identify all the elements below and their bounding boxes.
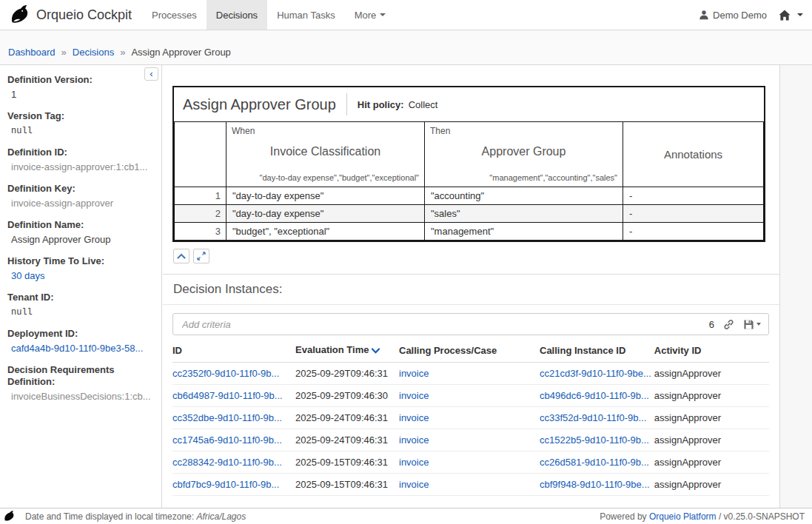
instance-id-cell: cc2352f0-9d10-11f0-9b... (172, 363, 295, 385)
sort-desc-icon[interactable] (372, 345, 380, 356)
collapse-table-button[interactable] (173, 249, 189, 263)
instances-table: ID Evaluation Time Calling Process/Case … (172, 337, 769, 496)
instance-id-link[interactable]: cbfd7bc9-9d10-11f0-9b... (172, 479, 279, 490)
field-value: invoiceBusinessDecisions:1:cb... (7, 391, 154, 403)
calling-process-link[interactable]: invoice (399, 457, 429, 468)
save-search-dropdown[interactable] (743, 319, 761, 330)
calling-instance-link[interactable]: cbf9f948-9d10-11f0-9be... (540, 479, 650, 490)
instance-id-link[interactable]: cc2352f0-9d10-11f0-9b... (172, 368, 279, 379)
nav-processes[interactable]: Processes (142, 0, 207, 30)
evaluation-time-cell: 2025-09-29T09:46:31 (295, 363, 399, 385)
dmn-actions (173, 249, 769, 263)
orca-logo-icon (2, 510, 15, 523)
instance-id-link[interactable]: cc1745a6-9d10-11f0-9b... (172, 434, 282, 446)
field-value: invoice-assign-approver:1:cb1... (7, 161, 154, 173)
input-allowed-values: "day-to-day expense","budget","exception… (260, 173, 419, 182)
brand[interactable]: Orqueio Cockpit (0, 0, 142, 30)
field-value[interactable]: cafd4a4b-9d10-11f0-9be3-58... (7, 343, 154, 355)
instance-row: cbfd7bc9-9d10-11f0-9b...2025-09-15T09:46… (172, 474, 769, 496)
orca-logo-icon (7, 4, 30, 26)
field-label: Decision Requirements Definition: (7, 364, 154, 388)
column-header-calling-instance[interactable]: Calling Instance ID (540, 337, 654, 363)
evaluation-time-cell: 2025-09-29T09:46:30 (295, 385, 399, 407)
column-header-evaluation-time[interactable]: Evaluation Time (295, 337, 399, 363)
activity-id-cell: assignApprover (654, 385, 769, 407)
calling-instance-link[interactable]: cc21cd3f-9d10-11f0-9be... (540, 368, 651, 379)
dmn-grid: When Invoice Classification "day-to-day … (174, 121, 764, 241)
top-navbar: Orqueio Cockpit Processes Decisions Huma… (0, 0, 812, 30)
instance-id-link[interactable]: cc288342-9d10-11f0-9b... (172, 457, 282, 468)
output-allowed-values: "management","accounting","sales" (489, 173, 617, 182)
instances-heading: Decision Instances: (173, 282, 282, 296)
sidebar-collapse-button[interactable]: ‹ (144, 67, 158, 81)
hit-policy-label: Hit policy: (358, 99, 404, 110)
activity-id-cell: assignApprover (654, 474, 769, 496)
definition-field: Decision Requirements Definition:invoice… (7, 364, 154, 403)
copy-link-icon[interactable] (723, 319, 734, 330)
dmn-rule-row: 1"day-to-day expense""accounting"- (175, 187, 764, 205)
column-header-calling-process[interactable]: Calling Process/Case (399, 337, 540, 363)
activity-id-cell: assignApprover (654, 407, 769, 429)
chevron-down-icon (797, 13, 803, 16)
rule-annotation: - (623, 223, 764, 241)
field-value: invoice-assign-approver (7, 198, 154, 209)
chevron-down-icon (756, 323, 761, 326)
search-input[interactable] (181, 318, 700, 331)
home-icon (779, 10, 791, 21)
breadcrumb: Dashboard » Decisions » Assign Approver … (0, 30, 812, 65)
nav-more[interactable]: More (345, 0, 396, 30)
activity-id-cell: assignApprover (654, 363, 769, 385)
user-name: Demo Demo (713, 10, 767, 21)
sidebar-fields: Definition Version:1Version Tag:nullDefi… (7, 74, 154, 403)
fullscreen-table-button[interactable] (193, 249, 209, 263)
breadcrumb-dashboard[interactable]: Dashboard (8, 47, 56, 58)
calling-process-link[interactable]: invoice (399, 412, 429, 423)
field-label: Definition Key: (7, 183, 154, 195)
vertical-divider (346, 93, 347, 115)
calling-instance-cell: cbf9f948-9d10-11f0-9be... (540, 474, 654, 496)
instance-id-cell: cc288342-9d10-11f0-9b... (172, 451, 295, 474)
instance-id-link[interactable]: cc352dbe-9d10-11f0-9b... (172, 412, 282, 423)
definition-field: Definition Version:1 (7, 74, 154, 101)
nav-decisions[interactable]: Decisions (207, 0, 267, 30)
calling-process-link[interactable]: invoice (399, 434, 429, 446)
powered-by-label: Powered by (600, 511, 646, 522)
calling-process-cell: invoice (399, 363, 540, 385)
user-menu[interactable]: Demo Demo (699, 10, 767, 21)
calling-process-link[interactable]: invoice (399, 479, 429, 490)
instance-id-cell: cb6d4987-9d10-11f0-9b... (172, 385, 295, 407)
definition-field: Definition ID:invoice-assign-approver:1:… (7, 147, 154, 173)
breadcrumb-decisions[interactable]: Decisions (73, 47, 114, 58)
definition-field: Tenant ID:null (7, 292, 154, 318)
field-label: Version Tag: (7, 110, 154, 122)
calling-instance-link[interactable]: cc1522b5-9d10-11f0-9b... (540, 434, 649, 446)
column-header-id[interactable]: ID (172, 337, 295, 363)
calling-process-link[interactable]: invoice (399, 368, 429, 379)
input-column-title: Invoice Classification (231, 145, 420, 158)
definition-field: Version Tag:null (7, 110, 154, 137)
calling-instance-link[interactable]: cb496dc6-9d10-11f0-9b... (540, 390, 649, 401)
rule-number: 3 (175, 223, 227, 241)
field-label: History Time To Live: (7, 255, 154, 267)
instances-header: Decision Instances: (163, 275, 779, 305)
apps-dropdown[interactable] (779, 10, 803, 21)
field-label: Definition Version: (7, 74, 154, 86)
calling-instance-cell: cb496dc6-9d10-11f0-9b... (540, 385, 654, 407)
calling-instance-link[interactable]: cc33f52d-9d10-11f0-9b... (540, 412, 646, 423)
result-count: 6 (709, 319, 714, 330)
instance-id-link[interactable]: cb6d4987-9d10-11f0-9b... (172, 390, 283, 401)
nav-human-tasks[interactable]: Human Tasks (267, 0, 345, 30)
field-value[interactable]: 30 days (7, 270, 154, 282)
dmn-title-row: Assign Approver Group Hit policy: Collec… (174, 87, 764, 121)
instance-id-cell: cbfd7bc9-9d10-11f0-9b... (172, 474, 295, 496)
calling-process-link[interactable]: invoice (399, 390, 429, 401)
nav-more-label: More (355, 10, 377, 21)
platform-link[interactable]: Orqueio Platform (649, 511, 717, 522)
dmn-rule-row: 3"budget", "exceptional""management"- (175, 223, 764, 241)
instance-row: cc2352f0-9d10-11f0-9b...2025-09-29T09:46… (172, 363, 769, 385)
when-label: When (232, 126, 255, 136)
instance-row: cb6d4987-9d10-11f0-9b...2025-09-29T09:46… (172, 385, 769, 407)
column-header-activity-id[interactable]: Activity ID (654, 337, 769, 363)
calling-instance-link[interactable]: cc26d581-9d10-11f0-9b... (540, 457, 649, 468)
rule-number: 1 (175, 187, 227, 205)
